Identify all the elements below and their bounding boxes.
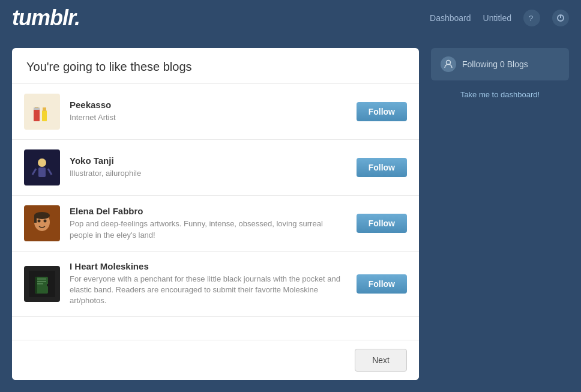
avatar	[24, 94, 60, 130]
svg-rect-21	[35, 277, 37, 294]
panel-footer: Next	[12, 340, 419, 380]
avatar	[24, 149, 60, 185]
blog-desc: Pop and deep-feelings artworks. Funny, i…	[70, 219, 347, 240]
following-box: Following 0 Blogs	[431, 48, 569, 80]
untitled-link[interactable]: Untitled	[483, 13, 511, 23]
svg-rect-22	[47, 284, 49, 286]
svg-rect-3	[34, 109, 40, 121]
panel-title: You're going to like these blogs	[26, 60, 405, 74]
main-layout: You're going to like these blogs Peekass	[0, 36, 581, 392]
avatar	[24, 205, 60, 241]
svg-rect-6	[43, 107, 46, 111]
blog-name: I Heart Moleskines	[70, 261, 347, 271]
next-button[interactable]: Next	[355, 349, 407, 372]
blog-info: Yoko Tanji Illustrator, ailurophile	[70, 155, 347, 179]
right-panel: Following 0 Blogs Take me to dashboard!	[431, 48, 569, 380]
blog-info: Peekasso Internet Artist	[70, 100, 347, 123]
blog-name: Elena Del Fabbro	[70, 206, 347, 216]
list-item: Elena Del Fabbro Pop and deep-feelings a…	[12, 196, 419, 252]
svg-text:?: ?	[529, 14, 533, 23]
blog-info: Elena Del Fabbro Pop and deep-feelings a…	[70, 206, 347, 240]
svg-rect-10	[38, 167, 46, 177]
following-count: Following 0 Blogs	[462, 59, 528, 69]
blog-desc: For everyone with a penchant for these l…	[70, 274, 347, 307]
nav-right: Dashboard Untitled ?	[430, 10, 569, 26]
help-icon[interactable]: ?	[523, 10, 540, 26]
blog-name: Yoko Tanji	[70, 155, 347, 166]
follow-button[interactable]: Follow	[357, 158, 407, 177]
panel-header: You're going to like these blogs	[12, 48, 419, 84]
blog-list: Peekasso Internet Artist Follow	[12, 84, 419, 340]
avatar	[24, 266, 60, 302]
svg-rect-7	[34, 107, 40, 110]
svg-point-15	[38, 220, 41, 223]
follow-button[interactable]: Follow	[357, 102, 407, 121]
following-icon	[441, 56, 456, 72]
svg-rect-23	[37, 279, 46, 280]
svg-rect-5	[42, 110, 47, 121]
list-item: I Heart Moleskines For everyone with a p…	[12, 252, 419, 317]
list-item: Yoko Tanji Illustrator, ailurophile Foll…	[12, 140, 419, 196]
power-icon[interactable]	[552, 10, 569, 26]
svg-rect-18	[34, 216, 37, 223]
list-item: Peekasso Internet Artist Follow	[12, 84, 419, 140]
dashboard-link[interactable]: Dashboard	[430, 13, 471, 23]
svg-rect-24	[37, 281, 46, 282]
logo: tumblr.	[12, 5, 80, 31]
dashboard-link[interactable]: Take me to dashboard!	[431, 88, 569, 101]
topnav: tumblr. Dashboard Untitled ?	[0, 0, 581, 36]
svg-point-16	[44, 220, 47, 223]
follow-button[interactable]: Follow	[357, 214, 407, 233]
follow-button[interactable]: Follow	[357, 274, 407, 294]
svg-rect-25	[37, 283, 43, 285]
blog-info: I Heart Moleskines For everyone with a p…	[70, 261, 347, 307]
left-panel: You're going to like these blogs Peekass	[12, 48, 419, 380]
blog-desc: Internet Artist	[70, 112, 347, 123]
svg-point-9	[38, 158, 46, 167]
blog-name: Peekasso	[70, 100, 347, 110]
blog-desc: Illustrator, ailurophile	[70, 168, 347, 179]
